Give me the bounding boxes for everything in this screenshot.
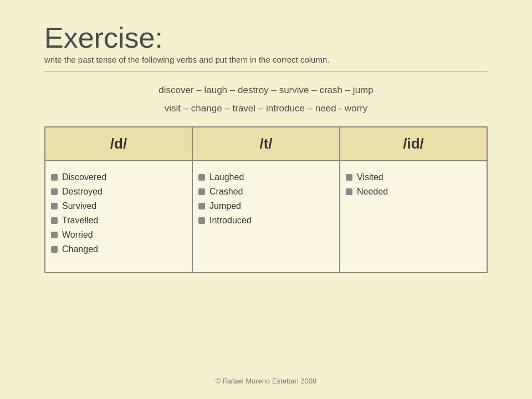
page-subtitle: write the past tense of the following ve… [44,55,488,64]
footer: © Rafael Moreno Esteban 2008 [0,377,532,385]
list-item-text: Changed [62,244,98,254]
table-body: DiscoveredDestroyedSurvivedTravelledWorr… [45,161,487,272]
list-item: Travelled [51,216,183,226]
bullet-icon [346,174,352,181]
list-item-text: Destroyed [62,187,103,197]
column-t: LaughedCrashedJumpedIntroduced [193,161,340,272]
list-item-text: Discovered [62,172,106,182]
page-title: Exercise: [44,22,488,54]
bullet-icon [51,246,58,253]
title-section: Exercise: write the past tense of the fo… [44,22,488,64]
page: Exercise: write the past tense of the fo… [0,0,532,399]
list-item: Needed [346,187,478,197]
list-item-text: Laughed [209,172,244,182]
verb-list-2: visit – change – travel – introduce – ne… [44,101,488,116]
list-item: Jumped [198,201,331,211]
list-item: Destroyed [51,187,183,197]
list-item: Introduced [198,216,331,226]
list-item-text: Introduced [209,216,252,226]
bullet-icon [198,174,205,181]
list-item-text: Survived [62,201,96,211]
bullet-icon [198,188,205,195]
bullet-icon [198,203,205,209]
header-id: /id/ [340,127,487,160]
list-item: Laughed [198,172,331,182]
header-t: /t/ [193,127,340,160]
list-item: Visited [346,172,478,182]
list-item: Worried [51,230,183,240]
list-item: Discovered [51,172,183,182]
divider [44,71,488,71]
verb-list-1: discover – laugh – destroy – survive – c… [44,83,488,98]
list-item: Changed [51,244,183,254]
bullet-icon [51,203,58,209]
bullet-icon [51,188,58,195]
list-item-text: Travelled [62,216,98,226]
bullet-icon [346,188,352,195]
header-d: /d/ [45,127,193,160]
column-d: DiscoveredDestroyedSurvivedTravelledWorr… [45,161,193,272]
table-header: /d/ /t/ /id/ [45,127,487,161]
bullet-icon [51,232,58,238]
list-item-text: Jumped [209,201,241,211]
column-id: VisitedNeeded [340,161,487,272]
list-item-text: Crashed [209,187,243,197]
list-item-text: Worried [62,230,93,240]
list-item: Crashed [198,187,331,197]
bullet-icon [51,217,58,224]
bullet-icon [198,217,205,224]
bullet-icon [51,174,58,181]
list-item-text: Visited [357,172,383,182]
list-item-text: Needed [357,187,388,197]
exercise-table: /d/ /t/ /id/ DiscoveredDestroyedSurvived… [44,126,488,273]
list-item: Survived [51,201,183,211]
